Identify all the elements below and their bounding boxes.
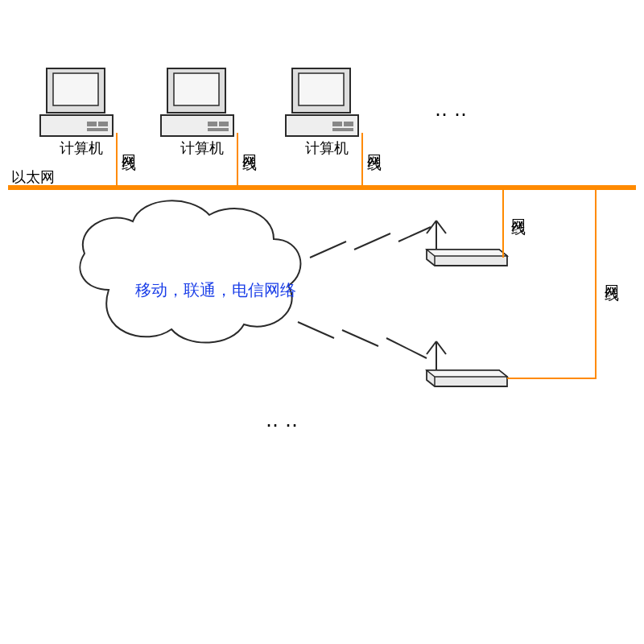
modem-icon <box>427 221 507 266</box>
cable-label: 网线 <box>509 208 528 211</box>
svg-line-19 <box>354 233 390 250</box>
ethernet-bus <box>8 185 636 190</box>
wireless-link <box>298 322 427 358</box>
svg-rect-15 <box>332 122 342 126</box>
svg-rect-11 <box>208 128 229 131</box>
svg-rect-13 <box>299 73 344 105</box>
cloud-label: 移动，联通，电信网络 <box>135 279 296 301</box>
ellipsis-label: ‥‥ <box>266 409 304 431</box>
svg-line-20 <box>398 227 431 242</box>
svg-line-21 <box>298 322 334 338</box>
computer-icon <box>286 68 358 136</box>
svg-rect-9 <box>208 122 217 126</box>
svg-rect-10 <box>219 122 229 126</box>
svg-rect-4 <box>98 122 108 126</box>
computer-icon <box>161 68 233 136</box>
cable-label: 网线 <box>365 143 384 147</box>
svg-line-26 <box>436 221 446 233</box>
computer-label: 计算机 <box>60 138 103 158</box>
svg-line-25 <box>427 221 436 233</box>
cable-label: 网线 <box>119 143 138 147</box>
computer-icon <box>40 68 113 136</box>
computer-label: 计算机 <box>305 138 349 158</box>
wireless-link <box>310 227 431 258</box>
ellipsis-label: ‥‥ <box>435 98 473 121</box>
svg-rect-3 <box>87 122 97 126</box>
cloud-icon <box>80 200 300 342</box>
svg-line-22 <box>342 330 378 346</box>
svg-line-18 <box>310 242 346 258</box>
cable-line <box>507 190 596 378</box>
cable-label: 网线 <box>240 143 259 147</box>
svg-line-30 <box>436 341 446 354</box>
diagram-svg <box>0 0 644 644</box>
modem-icon <box>427 341 507 386</box>
svg-rect-17 <box>332 128 353 131</box>
svg-rect-16 <box>344 122 353 126</box>
svg-rect-7 <box>174 73 219 105</box>
cable-label: 网线 <box>602 274 621 277</box>
computer-label: 计算机 <box>180 138 224 158</box>
svg-line-29 <box>427 341 436 354</box>
svg-rect-5 <box>87 128 108 131</box>
network-diagram: 计算机 网线 计算机 网线 计算机 网线 ‥‥ 以太网 移动，联通，电信网络 网… <box>0 0 644 644</box>
svg-line-23 <box>386 338 427 358</box>
svg-rect-1 <box>53 73 98 105</box>
ethernet-label: 以太网 <box>11 167 55 187</box>
